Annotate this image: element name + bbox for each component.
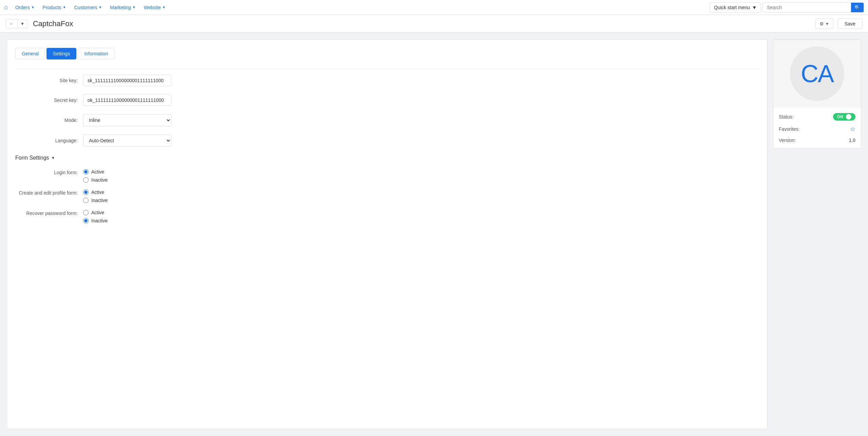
version-row: Version: 1.0 [779,138,855,143]
main-content: General Settings Information Site key: S… [0,33,868,436]
tab-settings[interactable]: Settings [46,48,77,59]
customers-arrow-icon: ▼ [98,5,102,9]
site-key-row: Site key: [15,75,759,86]
create-profile-inactive-option[interactable]: Inactive [83,198,108,203]
favorites-label: Favorites: [779,126,799,132]
site-key-input[interactable] [83,75,171,86]
marketing-arrow-icon: ▼ [132,5,136,9]
form-settings-arrow-icon: ▼ [51,156,55,160]
avatar-area: CA [773,40,861,108]
create-profile-inactive-radio[interactable] [83,198,89,203]
gear-dropdown-arrow-icon: ▼ [825,22,829,26]
status-row: Status: ON [779,113,855,121]
login-form-label: Login form: [15,169,83,175]
home-icon[interactable]: ⌂ [4,4,8,11]
left-panel: General Settings Information Site key: S… [7,39,768,429]
login-form-inactive-option[interactable]: Inactive [83,177,108,183]
recover-password-options: Active Inactive [83,210,108,223]
form-settings-header[interactable]: Form Settings ▼ [15,155,759,161]
nav-item-marketing[interactable]: Marketing ▼ [107,5,139,10]
page-title: CaptchaFox [33,19,812,28]
language-select[interactable]: Auto-Detect English French German Spanis… [83,134,171,147]
tab-information[interactable]: Information [78,48,114,59]
top-navigation: ⌂ Orders ▼ Products ▼ Customers ▼ Market… [0,0,868,15]
mode-select[interactable]: Inline Popup Hidden [83,114,171,126]
tabs-container: General Settings Information [15,48,759,59]
sidebar-info: Status: ON Favorites: ☆ Version: 1.0 [773,108,861,148]
language-label: Language: [15,138,83,143]
avatar-circle: CA [790,47,844,101]
mode-row: Mode: Inline Popup Hidden [15,114,759,126]
recover-password-form-row: Recover password form: Active Inactive [15,210,759,223]
secret-key-input[interactable] [83,94,171,106]
secret-key-label: Secret key: [15,97,83,103]
login-form-options: Active Inactive [83,169,108,183]
favorites-row: Favorites: ☆ [779,125,855,133]
create-profile-active-radio[interactable] [83,189,89,195]
back-button[interactable]: ← [5,19,18,29]
search-input[interactable] [763,3,851,12]
recover-password-label: Recover password form: [15,210,83,216]
create-profile-label: Create and edit profile form: [15,189,83,196]
save-button[interactable]: Save [837,19,863,29]
status-toggle[interactable]: ON [833,113,855,121]
sidebar-card: CA Status: ON Favorites: ☆ Version: [773,39,861,149]
create-profile-active-option[interactable]: Active [83,189,108,195]
quick-start-button[interactable]: Quick start menu ▼ [710,2,761,13]
search-bar: 🔍 [762,2,864,13]
secret-key-row: Secret key: [15,94,759,106]
login-form-inactive-radio[interactable] [83,177,89,183]
recover-password-active-radio[interactable] [83,210,89,215]
language-row: Language: Auto-Detect English French Ger… [15,134,759,147]
title-bar: ← ▼ CaptchaFox ⚙ ▼ Save [0,15,868,33]
recover-password-active-option[interactable]: Active [83,210,108,215]
nav-item-orders[interactable]: Orders ▼ [12,5,38,10]
divider [15,69,759,69]
nav-item-website[interactable]: Website ▼ [140,5,169,10]
version-label: Version: [779,138,796,143]
favorites-star-icon[interactable]: ☆ [850,125,855,133]
create-profile-form-row: Create and edit profile form: Active Ina… [15,189,759,203]
back-dropdown-button[interactable]: ▼ [18,19,27,28]
login-form-active-radio[interactable] [83,169,89,175]
products-arrow-icon: ▼ [63,5,66,9]
back-btn-group: ← ▼ [5,19,27,29]
right-sidebar: CA Status: ON Favorites: ☆ Version: [773,39,861,429]
site-key-label: Site key: [15,78,83,83]
orders-arrow-icon: ▼ [31,5,35,9]
recover-password-inactive-option[interactable]: Inactive [83,218,108,223]
mode-label: Mode: [15,117,83,123]
version-value: 1.0 [849,138,855,143]
toggle-slider [846,114,851,120]
quick-start-arrow-icon: ▼ [752,5,757,10]
status-label: Status: [779,114,794,120]
nav-item-products[interactable]: Products ▼ [39,5,70,10]
search-button[interactable]: 🔍 [851,3,864,12]
recover-password-inactive-radio[interactable] [83,218,89,223]
gear-icon: ⚙ [819,21,824,26]
tab-general[interactable]: General [15,48,45,59]
website-arrow-icon: ▼ [162,5,166,9]
login-form-row: Login form: Active Inactive [15,169,759,183]
nav-item-customers[interactable]: Customers ▼ [71,5,106,10]
create-profile-options: Active Inactive [83,189,108,203]
login-form-active-option[interactable]: Active [83,169,108,175]
gear-button[interactable]: ⚙ ▼ [815,19,833,29]
avatar-text: CA [801,60,833,88]
